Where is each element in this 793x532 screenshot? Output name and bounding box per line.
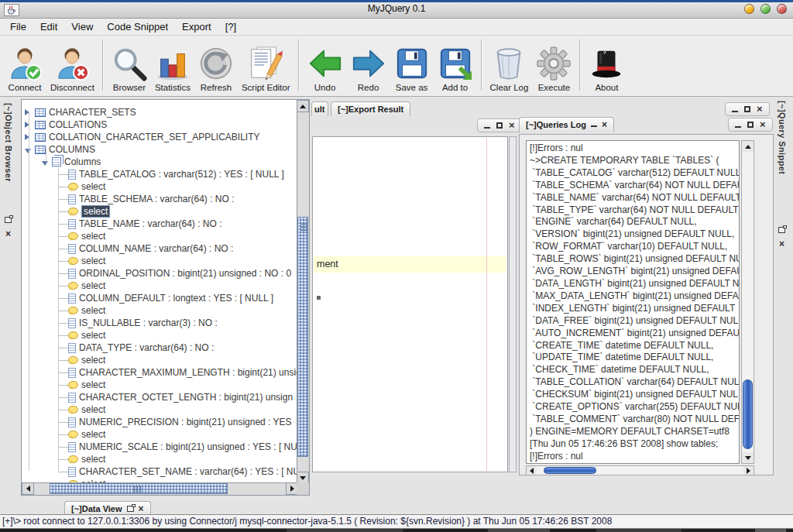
tree-toggle-icon[interactable] (58, 230, 68, 242)
tree-toggle-icon[interactable] (42, 161, 48, 166)
tree-row[interactable]: select (22, 403, 297, 416)
close-icon[interactable]: × (602, 121, 607, 129)
tree-row[interactable]: COLLATIONS (22, 118, 297, 131)
tree-toggle-icon[interactable] (58, 329, 68, 342)
tree-row[interactable]: COLUMN_DEFAULT : longtext : YES : [ NULL… (22, 292, 297, 304)
save-as-button[interactable]: Save as (390, 37, 434, 93)
minimize-icon[interactable] (735, 126, 741, 128)
scrollbar-thumb[interactable] (50, 483, 228, 494)
tree-toggle-icon[interactable] (58, 255, 68, 267)
tree-toggle-icon[interactable] (58, 267, 68, 280)
object-browser-tree[interactable]: CHARACTER_SETS COLLATIONS COLLATION_CHAR… (22, 100, 297, 482)
close-icon[interactable]: × (139, 505, 144, 513)
float-window-icon[interactable] (127, 506, 134, 512)
tree-toggle-icon[interactable] (58, 168, 68, 180)
refresh-button[interactable]: Refresh (194, 37, 238, 93)
tree-row[interactable]: select (22, 329, 297, 342)
tree-row[interactable]: COLLATION_CHARACTER_SET_APPLICABILITY (22, 131, 297, 143)
tree-toggle-icon[interactable] (58, 193, 68, 205)
log-vertical-scrollbar[interactable] (741, 140, 754, 464)
tree-row[interactable]: IS_NULLABLE : varchar(3) : NO : (22, 317, 297, 329)
close-icon[interactable]: × (760, 119, 766, 130)
statistics-button[interactable]: Statistics (151, 37, 194, 93)
close-icon[interactable]: × (509, 120, 515, 131)
log-horizontal-scrollbar[interactable] (526, 465, 754, 475)
tree-toggle-icon[interactable] (58, 465, 68, 478)
script-editor-button[interactable]: Script Editor (238, 37, 294, 93)
float-window-icon[interactable] (5, 217, 12, 223)
redo-button[interactable]: Redo (347, 37, 390, 93)
tree-row[interactable]: select (22, 205, 297, 218)
minimize-icon[interactable] (591, 125, 597, 127)
tree-row[interactable]: select (22, 304, 297, 317)
tree-toggle-icon[interactable] (58, 292, 68, 304)
scroll-right-button[interactable] (743, 466, 754, 475)
menu-item[interactable]: Edit (33, 19, 64, 34)
tree-row[interactable]: CHARACTER_SET_NAME : varchar(64) : YES :… (22, 465, 297, 478)
minimize-icon[interactable] (732, 111, 738, 112)
tab-export-result[interactable]: [~]Export Result (331, 101, 410, 116)
tree-toggle-icon[interactable] (58, 453, 68, 465)
tree-row[interactable]: select (22, 180, 297, 193)
tree-toggle-icon[interactable] (58, 379, 68, 391)
scroll-down-button[interactable] (742, 452, 754, 463)
scroll-up-button[interactable] (742, 141, 754, 152)
clear-log-button[interactable]: Clear Log (486, 37, 533, 93)
tree-row[interactable]: CHARACTER_OCTET_LENGTH : bigint(21) unsi… (22, 391, 297, 403)
menu-item[interactable]: [?] (218, 19, 243, 34)
tree-horizontal-scrollbar[interactable] (22, 482, 298, 495)
tree-toggle-icon[interactable] (58, 366, 68, 379)
tree-row[interactable]: select (22, 379, 297, 391)
scrollbar-thumb[interactable] (297, 217, 308, 457)
tree-toggle-icon[interactable] (58, 441, 68, 453)
tree-row[interactable]: CHARACTER_SETS (22, 106, 297, 118)
tree-row[interactable]: COLUMNS (22, 143, 297, 156)
tree-row[interactable]: TABLE_CATALOG : varchar(512) : YES : [ N… (22, 168, 297, 180)
tree-toggle-icon[interactable] (58, 416, 68, 428)
close-icon[interactable]: × (779, 240, 784, 248)
tree-toggle-icon[interactable] (58, 428, 68, 441)
tree-row[interactable]: Columns (22, 156, 297, 168)
tree-row[interactable]: ORDINAL_POSITION : bigint(21) unsigned :… (22, 267, 297, 280)
tree-row[interactable]: select (22, 255, 297, 267)
tree-row[interactable]: TABLE_NAME : varchar(64) : NO : (22, 218, 297, 230)
tree-row[interactable]: NUMERIC_PRECISION : bigint(21) unsigned … (22, 416, 297, 428)
tree-toggle-icon[interactable] (58, 354, 68, 366)
execute-button[interactable]: Execute (532, 37, 575, 93)
menu-item[interactable]: File (3, 19, 33, 34)
tree-toggle-icon[interactable] (58, 304, 68, 317)
tree-row[interactable]: COLUMN_NAME : varchar(64) : NO : (22, 242, 297, 255)
tree-row[interactable]: select (22, 354, 297, 366)
tree-toggle-icon[interactable] (58, 403, 68, 416)
script-editor-area[interactable]: ment (312, 136, 508, 472)
tree-toggle-icon[interactable] (58, 205, 68, 218)
maximize-icon[interactable] (744, 106, 750, 112)
tree-row[interactable]: select (22, 230, 297, 242)
maximize-icon[interactable] (747, 122, 754, 128)
scroll-up-button[interactable] (297, 100, 309, 112)
tree-row[interactable]: select (22, 453, 297, 465)
close-icon[interactable]: × (757, 104, 763, 115)
undo-button[interactable]: Undo (304, 37, 347, 93)
tab-queries-log[interactable]: [~]Queries Log × (519, 117, 614, 132)
maximize-button[interactable] (760, 4, 771, 14)
close-button[interactable] (777, 4, 787, 14)
tab-query-snippet[interactable]: [~]Query Snippet (778, 101, 787, 174)
disconnect-button[interactable]: Disconnect (46, 37, 98, 93)
minimize-icon[interactable] (484, 127, 490, 129)
queries-log-text[interactable]: [!]Errors : nul~>CREATE TEMPORARY TABLE … (526, 140, 740, 464)
minimize-button[interactable] (744, 4, 754, 14)
scroll-left-button[interactable] (527, 466, 537, 475)
tree-row[interactable]: NUMERIC_SCALE : bigint(21) unsigned : YE… (22, 441, 297, 453)
tree-toggle-icon[interactable] (58, 180, 68, 193)
tree-row[interactable]: CHARACTER_MAXIMUM_LENGTH : bigint(21) un… (22, 366, 297, 379)
tree-toggle-icon[interactable] (25, 149, 31, 153)
tab-query-result-partial[interactable]: ult (311, 101, 328, 116)
menu-item[interactable]: View (64, 19, 100, 34)
tree-row[interactable]: select (22, 428, 297, 441)
tab-object-browser[interactable]: [~]Object Browser (4, 103, 13, 182)
float-window-icon[interactable] (778, 227, 785, 233)
menu-item[interactable]: Export (175, 19, 218, 34)
add-to-button[interactable]: Add to (434, 37, 477, 93)
about-button[interactable]: About (585, 37, 628, 93)
